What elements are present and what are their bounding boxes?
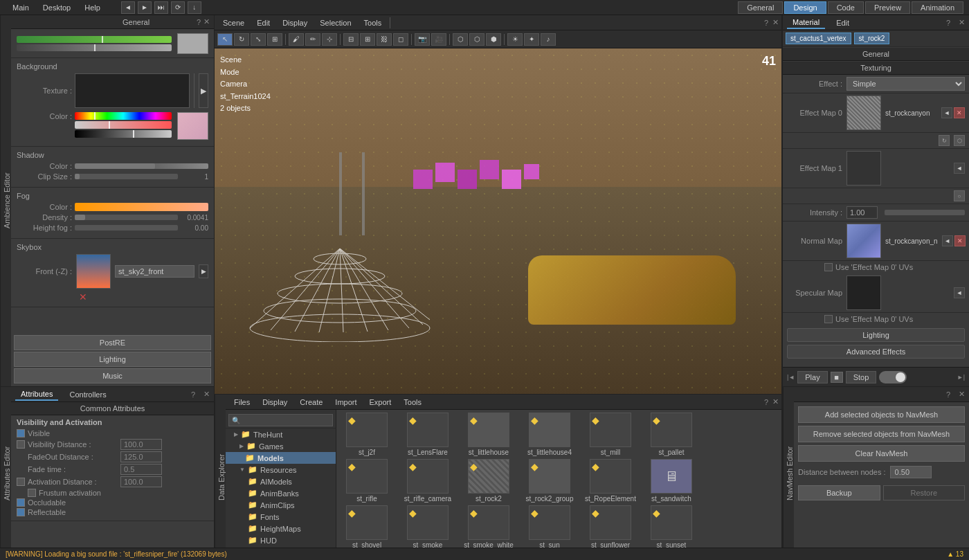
use-effect-uvs-checkbox[interactable] — [824, 263, 833, 271]
tab-attributes[interactable]: Attributes — [15, 388, 58, 401]
asset-st-littlehouse[interactable]: ◆ st_littlehouse — [461, 413, 516, 456]
normalmap-prev[interactable]: ◄ — [942, 235, 953, 246]
data-close-icon[interactable]: ✕ — [772, 397, 779, 406]
next-frame-icon[interactable]: ►| — [957, 374, 965, 381]
effect-map1-prev[interactable]: ◄ — [954, 163, 965, 174]
tab-animation[interactable]: Animation — [912, 1, 963, 14]
asset-st-sunflower[interactable]: ◆ st_sunflower — [583, 505, 638, 549]
clear-navmesh-button[interactable]: Clear NavMesh — [798, 445, 965, 462]
asset-st-mill[interactable]: ◆ st_mill — [583, 413, 638, 456]
toolbar-icon-3[interactable]: ⏭ — [154, 1, 168, 14]
tab-design[interactable]: Design — [784, 1, 826, 14]
stop-square-icon[interactable]: ■ — [831, 372, 843, 383]
tool-scale[interactable]: ⊞ — [267, 33, 282, 46]
backup-button[interactable]: Backup — [798, 485, 880, 500]
tree-item-games[interactable]: ▶ 📁 Games — [226, 440, 336, 452]
menu-desktop[interactable]: Desktop — [36, 2, 78, 13]
tree-item-heightmaps[interactable]: 📁 HeightMaps — [226, 523, 336, 534]
mat-icon-1[interactable]: ↻ — [939, 135, 950, 146]
asset-st-rifle[interactable]: ◆ st_rifle — [339, 459, 395, 503]
distance-value[interactable] — [890, 466, 932, 478]
fog-color-bar[interactable] — [75, 203, 208, 211]
advanced-effects-btn[interactable]: Advanced Effects — [787, 345, 965, 359]
stop-button[interactable]: Stop — [846, 371, 877, 383]
tool-rotate[interactable]: ↻ — [234, 33, 249, 46]
asset-st-shovel[interactable]: ◆ st_shovel — [339, 505, 395, 549]
tool-fx[interactable]: ✦ — [524, 33, 539, 46]
lighting-section-btn[interactable]: Lighting — [787, 328, 965, 342]
effect-map0-prev[interactable]: ◄ — [941, 107, 952, 118]
mat-icon-2[interactable]: ⬡ — [954, 135, 965, 146]
tab-code[interactable]: Code — [828, 1, 864, 14]
tool-move[interactable]: ⤡ — [251, 33, 266, 46]
scene-menu-tools[interactable]: Tools — [359, 17, 388, 28]
help-icon[interactable]: ? — [197, 18, 201, 26]
tool-sun[interactable]: ☀ — [507, 33, 523, 46]
attr-close-icon[interactable]: ✕ — [203, 390, 210, 399]
occludable-checkbox[interactable] — [17, 498, 25, 507]
effect-select[interactable]: Simple — [846, 77, 965, 91]
activation-dist-checkbox[interactable] — [17, 478, 25, 486]
skybox-arrow[interactable]: ▶ — [199, 264, 208, 278]
vis-distance-value[interactable] — [120, 439, 162, 450]
asset-st-littlehouse4[interactable]: ◆ st_littlehouse4 — [522, 413, 577, 456]
tool-grid[interactable]: ⊞ — [360, 33, 375, 46]
tree-item-fonts[interactable]: 📁 Fonts — [226, 511, 336, 523]
toolbar-icon-1[interactable]: ◄ — [121, 1, 135, 14]
tool-solid[interactable]: ⬢ — [486, 33, 501, 46]
add-to-navmesh-button[interactable]: Add selected objects to NavMesh — [798, 406, 965, 423]
scene-menu-scene[interactable]: Scene — [217, 17, 250, 28]
tool-paint[interactable]: 🖌 — [289, 33, 304, 46]
skybox-delete-icon[interactable]: ✕ — [79, 291, 87, 302]
asset-st-j2f[interactable]: ◆ st_j2f — [339, 413, 395, 456]
tool-cursor[interactable]: ⊹ — [322, 33, 337, 46]
toolbar-icon-4[interactable]: ⟳ — [171, 1, 185, 14]
scene-close-icon[interactable]: ✕ — [772, 18, 779, 27]
mat-icon-3[interactable]: ○ — [954, 190, 965, 201]
tool-snap[interactable]: ⊟ — [343, 33, 359, 46]
menu-main[interactable]: Main — [6, 2, 36, 13]
mat-tab-edit[interactable]: Edit — [831, 17, 855, 28]
vis-distance-checkbox[interactable] — [17, 440, 25, 449]
tool-pencil[interactable]: ✏ — [305, 33, 320, 46]
tool-link[interactable]: ⛓ — [377, 33, 392, 46]
remove-from-navmesh-button[interactable]: Remove selected objects from NavMesh — [798, 426, 965, 442]
play-button[interactable]: Play — [797, 371, 827, 383]
asset-st-sun[interactable]: ◆ st_sun — [522, 505, 577, 549]
scene-menu-display[interactable]: Display — [277, 17, 313, 28]
play-toggle[interactable] — [879, 371, 907, 383]
postre-button[interactable]: PostRE — [14, 335, 211, 350]
data-help-icon[interactable]: ? — [764, 398, 768, 406]
asset-st-rifle-camera[interactable]: ◆ st_rifle_camera — [400, 459, 455, 503]
data-menu-import[interactable]: Import — [329, 397, 362, 408]
tree-item-aimodels[interactable]: 📁 AIModels — [226, 476, 336, 487]
navmesh-help-icon[interactable]: ? — [946, 390, 950, 399]
tree-item-models[interactable]: 📁 Models — [226, 452, 336, 464]
asset-st-pallet[interactable]: ◆ st_pallet — [644, 413, 699, 456]
asset-st-smoke-white[interactable]: ◆ st_smoke_white — [461, 505, 516, 549]
visible-checkbox[interactable] — [17, 429, 25, 437]
viewport[interactable]: Scene Mode Camera st_Terrain1024 2 objec… — [215, 48, 781, 394]
tool-group[interactable]: ◻ — [393, 33, 408, 46]
toolbar-icon-2[interactable]: ► — [138, 1, 152, 14]
scene-menu-selection[interactable]: Selection — [314, 17, 356, 28]
lighting-button[interactable]: Lighting — [14, 352, 211, 367]
normalmap-delete[interactable]: ✕ — [954, 235, 966, 246]
close-icon[interactable]: ✕ — [203, 17, 210, 26]
activation-value[interactable] — [120, 476, 162, 487]
tab-preview[interactable]: Preview — [865, 1, 910, 14]
fadeout-value[interactable] — [120, 451, 162, 462]
material-tab-rock2[interactable]: st_rock2 — [854, 33, 890, 44]
prev-frame-icon[interactable]: |◄ — [787, 374, 795, 381]
tree-item-hud[interactable]: 📁 HUD — [226, 534, 336, 546]
tree-item-thehunt[interactable]: ▶ 📁 TheHunt — [226, 428, 336, 440]
tab-controllers[interactable]: Controllers — [64, 389, 111, 400]
frustum-checkbox[interactable] — [28, 489, 36, 497]
asset-st-ropeelement[interactable]: ◆ st_RopeElement — [583, 459, 638, 503]
material-tab-cactus[interactable]: st_cactus1_vertex — [786, 33, 851, 44]
specularmap-prev[interactable]: ◄ — [954, 287, 965, 298]
tool-render[interactable]: ⬡ — [453, 33, 468, 46]
data-menu-files[interactable]: Files — [228, 397, 255, 408]
tab-general[interactable]: General — [738, 1, 783, 14]
data-menu-export[interactable]: Export — [364, 397, 397, 408]
